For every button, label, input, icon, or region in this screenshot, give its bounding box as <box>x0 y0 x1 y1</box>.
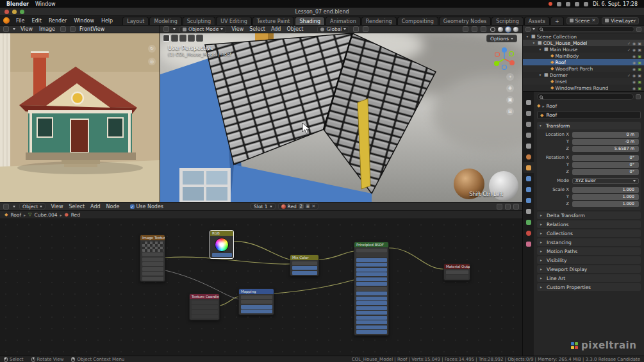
workspace-tab-scripting[interactable]: Scripting <box>491 17 524 25</box>
minimize-window-button[interactable] <box>12 10 17 14</box>
control-center-icon[interactable] <box>584 2 588 6</box>
object-name-field[interactable]: ◆ Roof <box>537 111 641 119</box>
workspace-tab-animation[interactable]: Animation <box>326 17 361 25</box>
viewport-menu-object[interactable]: Object <box>285 26 304 32</box>
properties-search-input[interactable] <box>537 94 634 100</box>
transform-y-field[interactable]: 0° <box>572 162 639 168</box>
filter-icon[interactable] <box>636 27 641 32</box>
node-row-blue[interactable] <box>356 272 387 276</box>
node-row-field[interactable] <box>142 267 163 271</box>
node-mapping[interactable]: Mapping <box>238 288 274 315</box>
properties-tab-texture[interactable] <box>523 238 534 249</box>
eye-toggle-icon[interactable]: ◉ <box>632 79 636 84</box>
snap-node-icon[interactable] <box>505 204 511 210</box>
transform-z-field[interactable]: 5.6587 m <box>572 146 639 152</box>
node-row-field[interactable] <box>241 300 272 304</box>
solid-shading-icon[interactable] <box>498 27 503 32</box>
image-name-field[interactable]: FrontView <box>79 26 104 32</box>
camera-toggle-icon[interactable]: ▣ <box>638 47 641 52</box>
menu-bar-clock[interactable]: Di. 6. Sept. 17:28 <box>593 1 638 7</box>
properties-breadcrumb-object[interactable]: Roof <box>546 103 557 109</box>
node-row-blue[interactable] <box>356 277 387 281</box>
properties-tab-material[interactable] <box>523 227 534 238</box>
node-row-blue[interactable] <box>356 330 387 334</box>
navigation-gizmo[interactable] <box>491 46 517 72</box>
zoom-window-button[interactable] <box>20 10 24 14</box>
view-layer-selector[interactable]: ViewLayer <box>602 17 639 24</box>
properties-filter-icon[interactable] <box>636 94 641 99</box>
material-selector[interactable]: Red 2 ▣ ✕ <box>278 203 319 210</box>
node-rgb[interactable]: RGB <box>210 230 234 259</box>
transform-scale-x-field[interactable]: 1.000 <box>572 187 639 193</box>
expand-icon[interactable]: ▾ <box>538 73 543 77</box>
viewport-canvas[interactable]: User Perspective (1) COL_House_Model | R… <box>160 33 522 202</box>
node-row-field[interactable] <box>356 249 387 252</box>
topbar-menu-edit[interactable]: Edit <box>28 17 45 24</box>
node-row-field[interactable] <box>292 261 317 265</box>
toggle-xray-icon[interactable] <box>481 26 486 32</box>
outliner-item-roof[interactable]: ◆Roof◉▣ <box>523 59 644 65</box>
node-row-blue[interactable] <box>356 292 387 295</box>
transform-z-field[interactable]: 0° <box>572 169 639 175</box>
show-gizmo-icon[interactable] <box>463 26 468 32</box>
editor-type-icon[interactable] <box>163 26 169 32</box>
image-editor-menu-view[interactable]: View <box>19 26 34 32</box>
outliner-item-mainbody[interactable]: ◆MainBody◉▣ <box>523 53 644 59</box>
record-dot-icon[interactable] <box>549 2 552 6</box>
workspace-tab-sculpting[interactable]: Sculpting <box>183 17 215 25</box>
properties-tab-modifiers[interactable] <box>523 173 534 184</box>
shader-editor-menu-add[interactable]: Add <box>89 204 102 210</box>
node-row-field[interactable] <box>142 252 163 256</box>
check-toggle-icon[interactable]: ✓ <box>627 73 631 78</box>
editor-type-icon[interactable] <box>3 26 9 32</box>
open-image-icon[interactable] <box>70 26 76 32</box>
transform-location-x-field[interactable]: 0 m <box>572 132 639 138</box>
blender-logo-icon[interactable] <box>3 17 10 24</box>
node-row-sock[interactable] <box>192 300 218 304</box>
select-box-tool-icon[interactable] <box>171 35 178 42</box>
workspace-tab-geometry-nodes[interactable]: Geometry Nodes <box>439 17 491 25</box>
options-button[interactable]: Options <box>486 35 517 42</box>
eye-toggle-icon[interactable]: ◉ <box>632 60 636 65</box>
expand-icon[interactable]: ▾ <box>531 41 536 45</box>
material-slot-dropdown[interactable]: Slot 1 <box>251 203 276 210</box>
wifi-icon[interactable] <box>566 2 570 6</box>
node-row-blue[interactable] <box>356 311 387 315</box>
properties-tab-object[interactable] <box>523 162 534 173</box>
workspace-tab-modeling[interactable]: Modeling <box>149 17 181 25</box>
image-pin-icon[interactable]: ◎ <box>148 58 156 65</box>
camera-toggle-icon[interactable]: ▣ <box>638 86 641 90</box>
properties-tab-scene[interactable] <box>523 140 534 151</box>
section-line-art[interactable]: ▸Line Art <box>537 274 641 282</box>
node-row-blue[interactable] <box>292 266 317 270</box>
node-row-blue[interactable] <box>356 316 387 320</box>
node-row-blue[interactable] <box>356 268 387 272</box>
node-canvas[interactable]: Image TextureRGBMix ColorMappingTexture … <box>0 219 522 356</box>
breadcrumb-object[interactable]: Roof <box>10 212 21 218</box>
workspace-tab-uv-editing[interactable]: UV Editing <box>216 17 252 25</box>
camera-view-icon[interactable]: ▣ <box>506 96 514 104</box>
check-toggle-icon[interactable]: ✓ <box>627 41 631 45</box>
node-row-blue[interactable] <box>241 309 272 313</box>
workspace-tab-rendering[interactable]: Rendering <box>361 17 397 25</box>
node-row-blue[interactable] <box>356 301 387 305</box>
fake-user-shield-icon[interactable]: ▣ <box>306 204 310 209</box>
section-viewport-display[interactable]: ▸Viewport Display <box>537 265 641 273</box>
node-row-img[interactable] <box>142 242 163 252</box>
breadcrumb-mesh[interactable]: Cube.004 <box>35 212 58 218</box>
camera-toggle-icon[interactable]: ▣ <box>638 79 641 84</box>
viewport-menu-add[interactable]: Add <box>270 26 283 32</box>
node-row-field[interactable] <box>356 287 387 291</box>
node-principled-bsdf[interactable]: Principled BSDF <box>354 242 389 336</box>
shader-editor-menu-node[interactable]: Node <box>105 204 121 210</box>
expand-icon[interactable]: ▾ <box>538 47 543 51</box>
workspace-tab-texture-paint[interactable]: Texture Paint <box>252 17 295 25</box>
transform-y-field[interactable]: -0 m <box>572 139 639 145</box>
node-material-output[interactable]: Material Output <box>443 263 470 281</box>
node-row-sock[interactable] <box>356 253 387 257</box>
expand-icon[interactable]: ▾ <box>525 35 530 38</box>
node-row-blue[interactable] <box>356 258 387 262</box>
node-row-blue[interactable] <box>356 263 387 267</box>
workspace-tab-item[interactable]: + <box>550 17 564 25</box>
move-tool-icon[interactable] <box>188 35 195 42</box>
